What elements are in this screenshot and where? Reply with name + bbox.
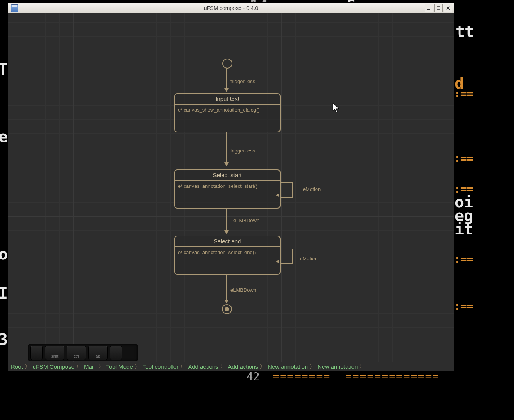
transition-label[interactable]: eMotion (303, 186, 321, 192)
bg-text: it (455, 221, 473, 237)
svg-rect-0 (427, 9, 430, 10)
state-title: Input text (175, 94, 280, 105)
breadcrumb-item[interactable]: Tool Mode (104, 363, 134, 370)
titlebar[interactable]: uFSM compose - 0.4.0 (8, 3, 454, 13)
breadcrumb-item[interactable]: New annotation (265, 363, 309, 370)
maximize-button[interactable] (434, 4, 443, 12)
transition-line[interactable] (226, 208, 227, 231)
state-body: e/ canvas_annotation_select_end() (175, 247, 280, 258)
breadcrumb-item[interactable]: Main (82, 363, 98, 370)
bg-text: e (0, 129, 8, 144)
transition-label[interactable]: eLMBDown (230, 287, 256, 293)
svg-rect-1 (437, 7, 440, 10)
breadcrumb-item[interactable]: New annotation (315, 363, 359, 370)
chevron-right-icon: 〉 (259, 363, 265, 370)
breadcrumb: Root〉 uFSM Compose〉 Main〉 Tool Mode〉 Too… (8, 362, 454, 371)
arrow-icon (276, 259, 279, 263)
state-title: Select start (175, 170, 280, 181)
transition-line[interactable] (226, 68, 227, 89)
arrow-icon (224, 162, 229, 166)
breadcrumb-item[interactable]: Add actions (226, 363, 259, 370)
bg-text: d (455, 75, 464, 91)
state-input-text[interactable]: Input text e/ canvas_show_annotation_dia… (174, 93, 281, 132)
state-select-start[interactable]: Select start e/ canvas_annotation_select… (174, 169, 281, 209)
state-body: e/ canvas_show_annotation_dialog() (175, 105, 280, 115)
arrow-icon (224, 300, 229, 303)
state-title: Select end (175, 236, 280, 247)
app-icon (11, 4, 18, 12)
modifier-key-tray: shift ctrl alt (28, 344, 138, 361)
bg-text: oi (455, 194, 473, 210)
final-state[interactable] (222, 304, 232, 314)
key-indicator-blank (110, 346, 122, 360)
key-indicator-shift: shift (45, 346, 64, 360)
transition-label[interactable]: trigger-less (230, 79, 255, 84)
chevron-right-icon: 〉 (180, 363, 186, 370)
chevron-right-icon: 〉 (359, 363, 365, 370)
transition-label[interactable]: eLMBDown (233, 218, 259, 223)
breadcrumb-item[interactable]: uFSM Compose (30, 363, 76, 370)
app-window: uFSM compose - 0.4.0 trigger-less Input … (8, 3, 454, 371)
window-title: uFSM compose - 0.4.0 (8, 5, 454, 11)
bg-text: 3 (0, 332, 8, 347)
state-body: e/ canvas_annotation_select_start() (175, 181, 280, 191)
breadcrumb-item[interactable]: Root (8, 363, 24, 370)
arrow-icon (276, 193, 279, 197)
breadcrumb-item[interactable]: Add actions (186, 363, 219, 370)
chevron-right-icon: 〉 (220, 363, 226, 370)
chevron-right-icon: 〉 (24, 363, 30, 370)
key-indicator-blank (30, 346, 43, 360)
key-indicator-ctrl: ctrl (67, 346, 86, 360)
chevron-right-icon: 〉 (134, 363, 140, 370)
chevron-right-icon: 〉 (309, 363, 315, 370)
state-select-end[interactable]: Select end e/ canvas_annotation_select_e… (174, 236, 281, 275)
transition-line[interactable] (226, 274, 227, 300)
bg-text: eg (455, 208, 473, 223)
transition-label[interactable]: trigger-less (230, 148, 255, 154)
self-transition[interactable] (280, 249, 293, 264)
chevron-right-icon: 〉 (76, 363, 82, 370)
chevron-right-icon: 〉 (98, 363, 104, 370)
bg-text: tt (455, 24, 474, 39)
minimize-button[interactable] (425, 4, 433, 12)
initial-state[interactable] (222, 59, 232, 69)
close-button[interactable] (444, 4, 452, 12)
self-transition[interactable] (280, 182, 293, 198)
transition-label[interactable]: eMotion (300, 256, 317, 261)
bg-status-line: 42 ======== ============= (247, 370, 440, 383)
arrow-icon (224, 230, 229, 234)
breadcrumb-item[interactable]: Tool controller (140, 363, 180, 370)
arrow-icon (224, 88, 229, 92)
transition-line[interactable] (226, 132, 227, 163)
diagram-canvas[interactable]: trigger-less Input text e/ canvas_show_a… (8, 13, 454, 371)
key-indicator-alt: alt (88, 346, 108, 360)
cursor-icon (332, 102, 340, 115)
